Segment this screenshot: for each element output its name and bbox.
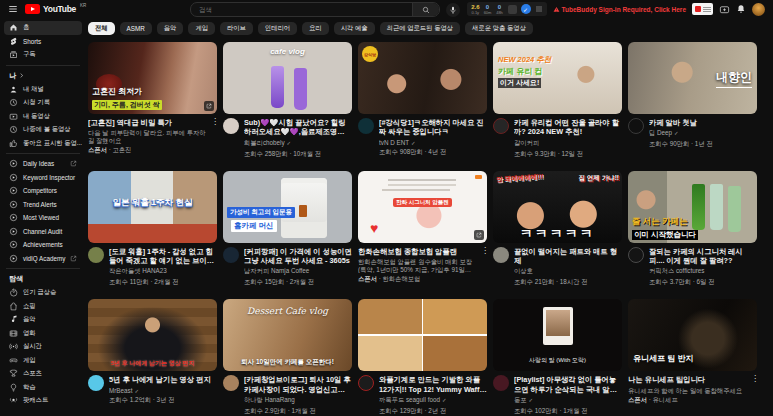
video-title[interactable]: 나는 유니세프 팀입니다 <box>628 375 746 384</box>
channel-name[interactable]: 이상호 <box>514 267 622 276</box>
sidebar-item-shorts[interactable]: Shorts <box>4 35 82 49</box>
sidebar-item-competitors[interactable]: Competitors <box>4 184 82 198</box>
ad-info-icon[interactable] <box>204 101 214 111</box>
sidebar-item-channel-audit[interactable]: Channel Audit <box>4 225 82 239</box>
video-thumbnail[interactable]: 안 돼에에에에!!! 집 언제 가냐!! ㅋㅋㅋㅋㅋ <box>493 171 622 243</box>
video-title[interactable]: [Playlist] 아무생각 없이 틀어놓으면 하루가 순삭되는 국내 알앤비… <box>514 375 622 394</box>
chip-recently-uploaded[interactable]: 최근에 업로드된 동영상 <box>380 22 460 35</box>
channel-avatar[interactable] <box>493 247 509 263</box>
create-icon[interactable] <box>719 4 730 15</box>
video-thumbnail[interactable]: Dessert Cafe vlog 퇴사 10일만에 카페를 오픈한다! <box>223 299 352 371</box>
tubebuddy-warning-link[interactable]: TubeBuddy Sign-in Required, Click Here <box>553 6 686 13</box>
video-title[interactable]: 5년 후 나에게 남기는 영상 편지 <box>109 375 217 384</box>
voice-search-button[interactable] <box>446 3 460 17</box>
notifications-bell-icon[interactable] <box>736 4 746 14</box>
vidiq-logo-icon[interactable]: ✓ <box>521 4 531 14</box>
channel-avatar[interactable] <box>88 375 104 391</box>
sidebar-item-your-channel[interactable]: 내 채널 <box>4 83 82 97</box>
sidebar-item-history[interactable]: 시청 기록 <box>4 96 82 110</box>
channel-name[interactable]: 딥 Deep✓ <box>649 129 757 138</box>
sidebar-item-achievements[interactable]: Achievements <box>4 238 82 252</box>
video-title[interactable]: [카페창업브이로그] 퇴사 10일 후 카페사장이 되었다. 영업신고와 셀프인… <box>244 375 352 394</box>
chip-asmr[interactable]: ASMR <box>120 22 152 35</box>
sidebar-item-your-videos[interactable]: 내 동영상 <box>4 110 82 124</box>
video-title[interactable]: 한화손해보험 종합보험 암플랜 <box>358 247 476 256</box>
sidebar-item-vidiq-academy[interactable]: vidIQ Academy <box>4 252 82 266</box>
sidebar-item-live[interactable]: 실시간 <box>4 340 82 354</box>
video-thumbnail[interactable]: 한화 시그니처 암플랜 ♥ <box>358 171 487 243</box>
search-input[interactable] <box>191 3 412 16</box>
sidebar-section-me[interactable]: 나 <box>4 69 82 83</box>
sidebar-item-trending[interactable]: 인기 급상승 <box>4 286 82 300</box>
vidiq-menu-icon[interactable] <box>535 5 543 13</box>
channel-avatar[interactable] <box>493 118 509 134</box>
channel-avatar[interactable] <box>628 247 644 263</box>
channel-name[interactable]: 남자커피 Namja Coffee <box>244 267 352 276</box>
chip-all[interactable]: 전체 <box>88 22 115 35</box>
sidebar-item-movies[interactable]: 영화 <box>4 327 82 341</box>
video-thumbnail[interactable]: cafe vlog <box>223 42 352 114</box>
chip-music[interactable]: 음악 <box>157 22 184 35</box>
channel-avatar[interactable] <box>358 118 374 134</box>
video-title[interactable]: 잘되는 카페의 시그니처 레시피.... 이게 뭔데 잘 팔려?? <box>649 247 757 266</box>
channel-name[interactable]: 동포✓ <box>514 396 622 405</box>
channel-name[interactable]: 하나랑 HanaRang <box>244 396 352 405</box>
more-options-icon[interactable]: ⋮ <box>481 247 487 284</box>
video-thumbnail[interactable]: 일본 워홀 1주차 현실 <box>88 171 217 243</box>
video-title[interactable]: 카페 유리컵 어떤 잔을 골라야 할까? 2024 NEW 추천! <box>514 118 622 137</box>
youtube-logo[interactable]: YouTube KR <box>25 3 86 15</box>
sidebar-item-subscriptions[interactable]: 구독 <box>4 48 82 62</box>
chip-cooking[interactable]: 요리 <box>302 22 329 35</box>
channel-avatar[interactable] <box>223 118 239 134</box>
vidiq-tool-icon[interactable] <box>508 5 517 14</box>
channel-avatar[interactable] <box>358 375 374 391</box>
hamburger-menu-icon[interactable] <box>8 4 18 14</box>
video-title[interactable]: 와플기계로 만드는 기발한 와플 12가지!! Top 12! Yummy Wa… <box>379 375 487 394</box>
sidebar-item-shopping[interactable]: 쇼핑 <box>4 300 82 314</box>
video-title[interactable]: [고혼진] 역대급 비밀 특가 <box>88 118 206 127</box>
sidebar-item-trend-alerts[interactable]: Trend Alerts <box>4 198 82 212</box>
more-options-icon[interactable]: ⋮ <box>211 118 217 155</box>
chip-live[interactable]: 라이브 <box>220 22 253 35</box>
channel-name[interactable]: 커픽처스 coffictures <box>649 267 757 276</box>
sidebar-item-music[interactable]: 음악 <box>4 313 82 327</box>
channel-name[interactable]: 작은아들셋 HANA23 <box>109 267 217 276</box>
channel-name[interactable]: tvN D ENT✓ <box>379 139 487 146</box>
sidebar-item-keyword-inspector[interactable]: Keyword Inspector <box>4 171 82 185</box>
video-thumbnail[interactable]: 가성비 최고의 입문용 홈카페 머신 <box>223 171 352 243</box>
video-title[interactable]: 끝없이 떨어지는 패트와 매트 형제 <box>514 247 622 266</box>
channel-name[interactable]: 까룩푸드 seagull food✓ <box>379 396 487 405</box>
search-bar[interactable] <box>190 2 440 17</box>
channel-avatar[interactable] <box>223 247 239 263</box>
sidebar-item-most-viewed[interactable]: Most Viewed <box>4 211 82 225</box>
sidebar-item-learning[interactable]: 학습 <box>4 381 82 395</box>
video-thumbnail[interactable]: NEW 2024 추천 카페 유리 컵 이거 사세요! <box>493 42 622 114</box>
channel-name[interactable]: 희블리chobely✓ <box>244 139 352 148</box>
sidebar-item-watch-later[interactable]: 나중에 볼 동영상 <box>4 123 82 137</box>
channel-avatar[interactable] <box>493 375 509 391</box>
video-title[interactable]: Sub)💜🤍시험 끝났어요? 힐링하러오세요🤍💜,음료제조영상,ASMR,희블리… <box>244 118 352 137</box>
channel-avatar[interactable] <box>628 118 644 134</box>
chip-new-to-you[interactable]: 새로운 맞춤 동영상 <box>465 22 533 35</box>
channel-name[interactable]: 같이커피 <box>514 139 622 148</box>
sidebar-item-liked-videos[interactable]: 좋아요 표시한 동영... <box>4 137 82 151</box>
sidebar-item-home[interactable]: 홈 <box>4 21 82 35</box>
video-thumbnail[interactable]: 강식당 <box>358 42 487 114</box>
account-avatar[interactable] <box>752 3 765 16</box>
video-title[interactable]: 카페 알바 첫날 <box>649 118 757 127</box>
more-options-icon[interactable]: ⋮ <box>751 375 757 405</box>
sidebar-item-sports[interactable]: 스포츠 <box>4 367 82 381</box>
video-thumbnail[interactable]: 유니세프 팀 반지 <box>628 299 757 371</box>
sidebar-item-daily-ideas[interactable]: Daily Ideas <box>4 157 82 171</box>
video-thumbnail[interactable] <box>358 299 487 371</box>
search-button[interactable] <box>412 3 439 16</box>
channel-avatar[interactable] <box>223 375 239 391</box>
channel-name[interactable]: MrBeast✓ <box>109 387 217 394</box>
channel-avatar[interactable] <box>88 247 104 263</box>
video-thumbnail[interactable]: 내향인 <box>628 42 757 114</box>
ad-info-icon[interactable] <box>474 230 484 240</box>
video-thumbnail[interactable]: 사랑의 말 (With 오락) <box>493 299 622 371</box>
chip-visual-arts[interactable]: 시각 예술 <box>334 22 375 35</box>
video-title[interactable]: [도쿄 워홀] 1주차 - 감성 없고 힘들어 죽겠고 할 얘기 없는 브이로그 <box>109 247 217 266</box>
video-title[interactable]: [#강식당1]ㅋ오해하지 마세요 진짜 싸우는 중입니다ㅋ <box>379 118 487 137</box>
